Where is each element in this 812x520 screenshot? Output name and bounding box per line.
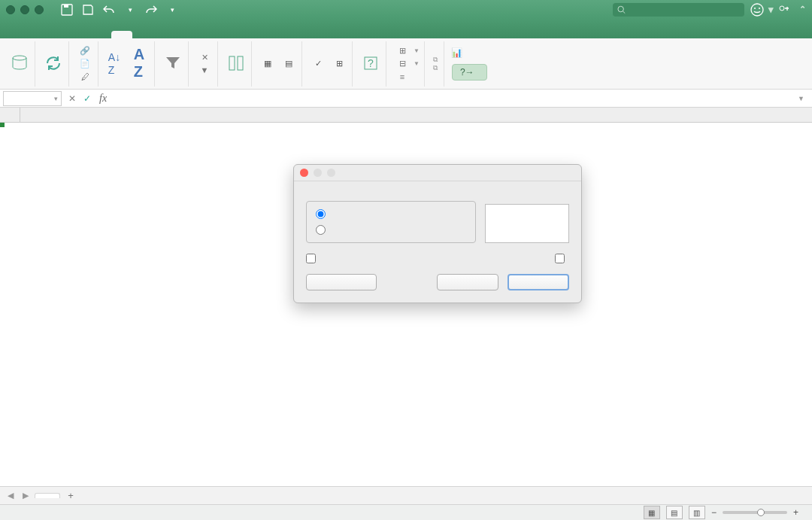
consolidate-icon: ⊞ (329, 53, 350, 75)
zoom-slider[interactable] (723, 511, 787, 514)
status-bar: ▦ ▤ ▥ − + (0, 504, 812, 520)
redo-icon[interactable] (144, 3, 158, 17)
svg-rect-1 (64, 5, 68, 8)
return-params-checkbox[interactable] (306, 254, 320, 263)
ungroup-button[interactable]: ⊟ ▼ (397, 58, 420, 70)
tab-review[interactable] (132, 31, 153, 38)
quick-access-toolbar: ▾ ▾ (60, 3, 179, 17)
page-break-view-button[interactable]: ▥ (689, 506, 705, 519)
connections-icon: 🔗 (80, 46, 90, 56)
minimize-traffic[interactable] (20, 5, 29, 14)
group-icon: ⊞ (397, 46, 408, 56)
dialog-close-icon[interactable] (300, 169, 308, 177)
select-all-triangle[interactable] (0, 108, 20, 122)
tab-home[interactable] (6, 31, 27, 38)
page-layout-view-button[interactable]: ▤ (666, 506, 683, 519)
ok-button[interactable] (508, 274, 569, 290)
outline-expand-icon[interactable]: ⧉ (433, 56, 438, 64)
whatif-icon: ? (360, 53, 381, 74)
validation-icon: ✓ (308, 53, 329, 75)
tab-view[interactable] (153, 31, 174, 38)
fx-icon[interactable]: fx (99, 93, 107, 105)
formula-expand-icon[interactable]: ▼ (793, 95, 809, 102)
solver-button[interactable]: ?→ (452, 64, 487, 81)
clear-button[interactable]: ✕ (199, 51, 213, 63)
tab-draw[interactable] (48, 31, 69, 38)
tab-insert[interactable] (27, 31, 48, 38)
text-to-columns-button[interactable] (226, 53, 247, 75)
save-icon[interactable] (60, 3, 74, 17)
whatif-button[interactable]: ? (360, 53, 381, 75)
tab-nav-left-icon[interactable]: ◀ (5, 491, 17, 500)
normal-view-button[interactable]: ▦ (644, 506, 660, 519)
flash-fill-button[interactable]: ▦ (259, 53, 276, 75)
add-sheet-button[interactable]: + (63, 488, 78, 503)
tab-data[interactable] (111, 31, 132, 38)
tab-page-layout[interactable] (69, 31, 90, 38)
formula-bar: ▾ ✕ ✓ fx ▼ (0, 90, 812, 108)
cancel-button[interactable] (437, 274, 498, 290)
title-bar: ▾ ▾ ▾ ⌃ (0, 0, 812, 19)
remove-duplicates-button[interactable]: ▤ (280, 53, 297, 75)
cancel-formula-icon[interactable]: ✕ (65, 91, 80, 106)
clear-icon: ✕ (199, 52, 210, 62)
svg-point-6 (780, 6, 784, 11)
text-columns-icon (226, 53, 247, 74)
maximize-traffic[interactable] (35, 5, 44, 14)
enter-formula-icon[interactable]: ✓ (80, 91, 95, 106)
outline-collapse-icon[interactable]: ⧉ (433, 64, 438, 72)
collapse-ribbon-icon[interactable]: ⌃ (799, 5, 806, 14)
consolidate-button[interactable]: ⊞ (331, 53, 347, 75)
svg-point-7 (13, 56, 26, 60)
search-input[interactable] (626, 5, 740, 14)
data-validation-button[interactable]: ✓ (310, 53, 326, 75)
refresh-all-button[interactable] (43, 53, 64, 75)
filter-button[interactable] (162, 53, 183, 75)
get-external-data-button[interactable] (9, 53, 30, 75)
edit-links-icon: 🖊 (80, 71, 90, 82)
edit-links-button[interactable]: 🖊 (80, 71, 93, 83)
svg-point-4 (754, 8, 756, 9)
group-button[interactable]: ⊞ ▼ (397, 45, 420, 57)
sort-asc-icon: A↓Z (104, 53, 125, 75)
undo-dropdown-icon[interactable]: ▾ (123, 3, 137, 17)
save-scenario-button[interactable] (306, 274, 377, 290)
active-cell-indicator (0, 123, 3, 126)
zoom-out-button[interactable]: − (711, 507, 717, 518)
remove-dup-icon: ▤ (278, 53, 299, 75)
close-traffic[interactable] (6, 5, 15, 14)
sheet-tab-1[interactable] (35, 493, 60, 498)
dialog-max-icon (327, 169, 335, 177)
keep-solution-radio[interactable] (316, 209, 466, 219)
solution-radio-group (306, 201, 476, 243)
reports-listbox[interactable] (485, 204, 569, 243)
ribbon-tabs (0, 19, 812, 38)
smiley-icon[interactable] (750, 3, 764, 17)
restore-values-radio[interactable] (316, 225, 466, 235)
tab-nav-right-icon[interactable]: ▶ (20, 491, 32, 500)
name-box[interactable]: ▾ (3, 91, 62, 106)
advanced-button[interactable]: ▼ (199, 64, 213, 76)
sort-button[interactable]: AZ (129, 53, 150, 75)
share-icon (778, 5, 790, 15)
dialog-title-bar[interactable] (294, 165, 581, 181)
report-limits[interactable] (486, 208, 568, 209)
undo-icon[interactable] (102, 3, 116, 17)
subtotal-button[interactable]: ≡ (397, 71, 420, 83)
flash-fill-icon: ▦ (257, 53, 278, 75)
sort-asc-button[interactable]: A↓Z (106, 53, 123, 75)
svg-text:?: ? (368, 57, 374, 69)
outline-reports-checkbox[interactable] (555, 254, 569, 263)
tab-formulas[interactable] (90, 31, 111, 38)
advanced-icon: ▼ (199, 65, 210, 75)
customize-qat-icon[interactable]: ▾ (165, 3, 179, 17)
search-box[interactable] (613, 3, 744, 17)
zoom-in-button[interactable]: + (793, 507, 798, 518)
save-icon-2[interactable] (81, 3, 95, 17)
data-analysis-button[interactable]: 📊 (452, 47, 467, 58)
filter-icon (162, 53, 183, 74)
connections-button[interactable]: 🔗 (80, 45, 93, 57)
data-analysis-icon: 📊 (452, 47, 462, 58)
properties-button[interactable]: 📄 (80, 58, 93, 70)
subtotal-icon: ≡ (397, 71, 408, 82)
